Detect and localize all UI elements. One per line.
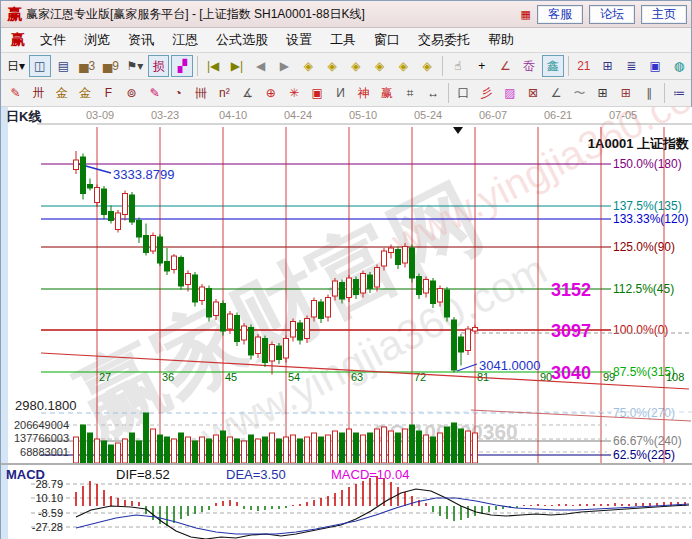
report-icon[interactable]: ≣ <box>620 55 642 77</box>
chart-9min-icon[interactable]: ▅9 <box>100 55 122 77</box>
menu-item-帮助[interactable]: 帮助 <box>479 28 523 52</box>
gann-level-label: 133.33%(120) <box>613 212 688 226</box>
volume-bar <box>242 441 247 463</box>
candle-body <box>249 328 254 356</box>
volume-bar <box>123 439 128 463</box>
hand-tool-icon[interactable]: ☝ <box>447 55 469 77</box>
volume-bar <box>277 439 282 463</box>
kline-period-icon[interactable]: 日▾ <box>5 55 27 77</box>
menu-item-浏览[interactable]: 浏览 <box>75 28 119 52</box>
percent-brush-icon[interactable]: ✎ <box>144 82 165 104</box>
volume-bar <box>445 427 450 463</box>
volume-bar <box>326 435 331 463</box>
box-tool-icon[interactable]: 口 <box>453 82 474 104</box>
menu-item-公式选股[interactable]: 公式选股 <box>207 28 277 52</box>
angle-fan-icon[interactable]: ∠ <box>546 82 567 104</box>
save-icon[interactable]: ▣ <box>644 55 666 77</box>
first-bar-icon[interactable]: |◀ <box>202 55 224 77</box>
gold-split-a-icon[interactable]: 金 <box>51 82 72 104</box>
expand-all-icon[interactable]: ◈ <box>416 55 438 77</box>
candle-body <box>326 298 331 318</box>
volume-bar <box>403 429 408 463</box>
menu-item-工具[interactable]: 工具 <box>321 28 365 52</box>
sun-tool-icon[interactable]: 损 <box>148 55 170 77</box>
volume-bar <box>347 429 352 463</box>
last-bar-icon[interactable]: ▶| <box>226 55 248 77</box>
menu-item-江恩[interactable]: 江恩 <box>163 28 207 52</box>
candle-body <box>88 185 93 189</box>
menu-item-资讯[interactable]: 资讯 <box>119 28 163 52</box>
gann-box-icon[interactable]: ▨ <box>499 82 520 104</box>
home-button[interactable]: 主页 <box>641 5 687 24</box>
candle-body <box>382 251 387 266</box>
next-bar-icon[interactable]: ▶ <box>274 55 296 77</box>
spiral-icon[interactable]: ⊚ <box>121 82 142 104</box>
target-circle-icon[interactable]: ⊕ <box>260 82 281 104</box>
app-logo-icon: 赢 <box>7 5 22 24</box>
starburst-icon[interactable]: ✳ <box>283 82 304 104</box>
menu-item-设置[interactable]: 设置 <box>277 28 321 52</box>
info-pad-icon[interactable]: ▤ <box>53 55 75 77</box>
zoom-area-icon[interactable]: ◫ <box>29 55 51 77</box>
time-cycle-icon[interactable]: ◔ <box>167 82 188 104</box>
grid-a-icon[interactable]: ⊞ <box>592 82 613 104</box>
list-panel-icon[interactable]: ≔ <box>669 82 690 104</box>
brush-icon[interactable]: ✎ <box>5 82 26 104</box>
macd-dif-value: DIF=8.52 <box>116 467 170 482</box>
compress-h-icon[interactable]: ◈ <box>345 55 367 77</box>
menu-item-文件[interactable]: 文件 <box>31 28 75 52</box>
menu-item-交易委托[interactable]: 交易委托 <box>409 28 479 52</box>
prev-bar-icon[interactable]: ◀ <box>250 55 272 77</box>
price-marker-label: 3333.8799 <box>113 167 174 182</box>
shen-tool-icon[interactable]: 神 <box>353 82 374 104</box>
chart-area[interactable]: 赢家财富网www.yingjia360.comwww.yingjia360.co… <box>1 107 692 539</box>
i-tool-icon[interactable]: И <box>330 82 351 104</box>
compress-v-icon[interactable]: ◈ <box>392 55 414 77</box>
gold-split-b-icon[interactable]: 金 <box>75 82 96 104</box>
gann-tool-a-icon[interactable]: 岙 <box>518 55 540 77</box>
chart-3min-icon[interactable]: ▅3 <box>76 55 98 77</box>
volume-bar <box>389 431 394 463</box>
span-arrows-icon[interactable]: ↔ <box>423 82 444 104</box>
gann-tool-b-icon[interactable]: 鑫 <box>542 55 564 77</box>
volume-bar <box>165 437 170 463</box>
calculator-icon[interactable]: ⊞ <box>597 55 619 77</box>
symbol-label: 1A0001 上证指数 <box>588 136 689 151</box>
expand-left-icon[interactable]: ◈ <box>297 55 319 77</box>
volume-bar <box>144 413 149 463</box>
color-bars-icon[interactable]: ▞ <box>171 55 193 77</box>
menubar: 赢 文件浏览资讯江恩公式选股设置工具窗口交易委托帮助 <box>1 28 691 53</box>
forum-button[interactable]: 论坛 <box>589 5 635 24</box>
angle-measure-icon[interactable]: ∠ <box>495 55 517 77</box>
f-levels-icon[interactable]: F <box>98 82 119 104</box>
candle-body <box>263 339 268 363</box>
toolbar-separator <box>664 83 665 103</box>
expand-h-icon[interactable]: ◈ <box>369 55 391 77</box>
wave-tool-icon[interactable]: 〜 <box>569 82 590 104</box>
web-sync-icon[interactable]: ◍ <box>668 55 690 77</box>
volume-bar <box>263 437 268 463</box>
volume-bar <box>333 431 338 463</box>
candle-body <box>109 212 114 221</box>
grid-b-icon[interactable]: ⊞ <box>615 82 636 104</box>
mirror-angle-icon[interactable]: ∡ <box>237 82 258 104</box>
bar-number-label: 108 <box>666 371 684 383</box>
fan-lines-icon[interactable]: 彡 <box>476 82 497 104</box>
volume-bar <box>200 437 205 463</box>
customer-service-button[interactable]: 客服 <box>537 5 583 24</box>
expand-right-icon[interactable]: ◈ <box>321 55 343 77</box>
flag-tool-icon[interactable]: ⚑▾ <box>124 55 146 77</box>
ruler-b-icon[interactable]: 卌 <box>191 82 212 104</box>
gann-square-icon[interactable]: ⊠ <box>522 82 543 104</box>
candle-body <box>424 280 429 294</box>
crosshair-tool-icon[interactable]: + <box>471 55 493 77</box>
menu-item-窗口[interactable]: 窗口 <box>365 28 409 52</box>
n-square-icon[interactable]: n² <box>214 82 235 104</box>
calendar-icon[interactable]: 21 <box>573 55 595 77</box>
gann-ruler-icon[interactable]: 卅 <box>28 82 49 104</box>
candle-body <box>235 316 240 342</box>
ying-tool-icon[interactable]: 赢 <box>376 82 397 104</box>
grid-ruler-icon[interactable]: ⌗ <box>399 82 420 104</box>
square-target-icon[interactable]: ▣ <box>307 82 328 104</box>
hatch-icon[interactable]: ∥ <box>638 82 659 104</box>
